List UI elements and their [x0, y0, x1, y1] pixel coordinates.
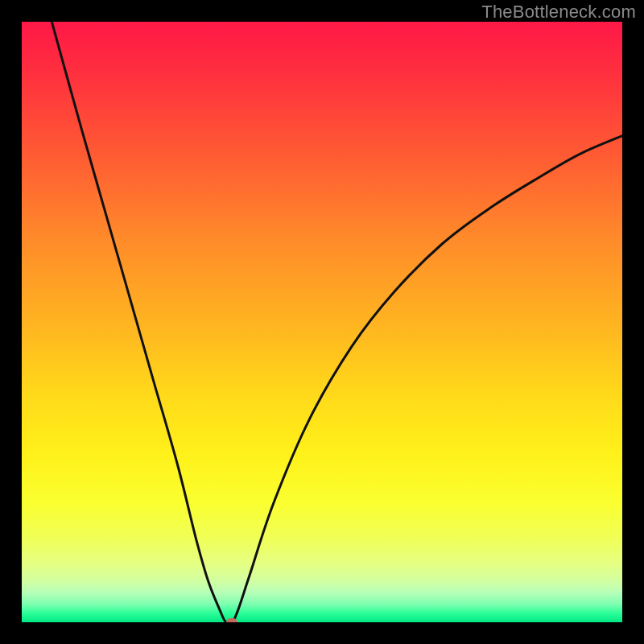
curve-path	[52, 22, 622, 622]
plot-area	[22, 22, 622, 622]
minimum-marker	[227, 618, 237, 622]
attribution-text: TheBottleneck.com	[481, 2, 636, 23]
chart-stage: TheBottleneck.com	[0, 0, 644, 644]
bottleneck-curve	[22, 22, 622, 622]
